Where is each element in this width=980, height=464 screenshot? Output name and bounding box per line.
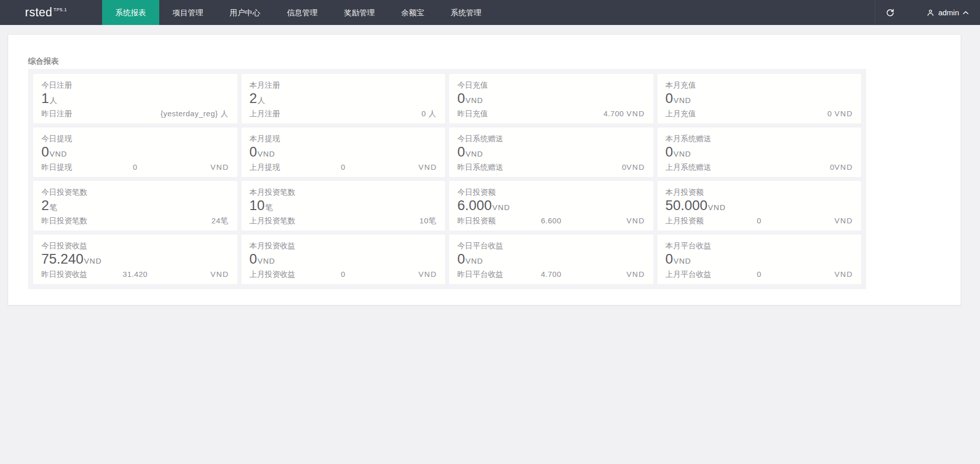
stat-sub-value: 4.700 [541, 270, 561, 279]
stat-sub-unit: 笔 [429, 216, 437, 225]
stat-sub-line: 上月注册 0 人 [250, 109, 437, 118]
stat-card-15: 今日平台收益 0 VND 昨日平台收益 4.700 VND [449, 235, 653, 284]
stat-sub-value: 0 [757, 270, 762, 279]
stat-sub-unit: VND [626, 163, 645, 172]
nav-item-4[interactable]: 信息管理 [274, 0, 331, 25]
stat-sub-label: 上月投资额 [666, 216, 832, 225]
stat-sub-unit: VND [835, 270, 853, 279]
nav-item-1[interactable]: 系统报表 [102, 0, 159, 25]
stat-card-11: 今日投资额 6.000 VND 昨日投资额 6.600 VND [449, 181, 653, 230]
stat-main-line: 0 VND [250, 251, 437, 267]
stat-sub-value: 24 [211, 216, 220, 225]
stat-sub-value: {yesterday_reg} [160, 109, 218, 118]
stat-card-9: 今日投资笔数 2 笔 昨日投资笔数 24 笔 [33, 181, 237, 230]
stat-sub-label: 上月系统赠送 [666, 163, 830, 172]
stat-unit: VND [50, 149, 67, 158]
stat-sub-unit: 人 [220, 109, 229, 118]
stat-title: 今日充值 [457, 81, 645, 89]
nav-item-3[interactable]: 用户中心 [216, 0, 274, 25]
stat-value: 0 [666, 91, 673, 106]
nav-item-label: 系统管理 [451, 8, 481, 17]
stat-sub-value: 0 [422, 109, 426, 118]
stat-unit: VND [493, 203, 510, 212]
stat-sub-unit: VND [626, 109, 645, 118]
nav-item-label: 余额宝 [401, 8, 424, 17]
stat-value: 75.240 [41, 251, 84, 267]
user-icon [926, 9, 935, 17]
stat-sub-value: 4.700 [603, 109, 624, 118]
stat-main-line: 50.000 VND [666, 198, 853, 213]
stat-main-line: 0 VND [457, 91, 645, 106]
stat-value: 6.000 [457, 198, 492, 213]
stat-value: 0 [457, 144, 465, 160]
app-logo[interactable]: rstedTP5.1 [0, 0, 102, 25]
stat-sub-label: 昨日提现 [41, 163, 208, 172]
stat-card-5: 今日提现 0 VND 昨日提现 0 VND [33, 127, 237, 177]
stat-card-12: 本月投资额 50.000 VND 上月投资额 0 VND [657, 181, 862, 230]
refresh-button[interactable] [875, 0, 905, 25]
main-content: 综合报表 今日注册 1 人 昨日注册 {yesterday_reg} 人 本月注… [0, 25, 980, 305]
stat-card-2: 本月注册 2 人 上月注册 0 人 [241, 74, 446, 123]
logo-version: TP5.1 [54, 7, 67, 12]
stat-title: 今日投资笔数 [41, 188, 229, 196]
stat-sub-value: 0 [133, 163, 137, 172]
stat-sub-value: 0 [341, 270, 346, 279]
logo-text: rsted [25, 6, 53, 19]
stat-unit: 笔 [50, 203, 58, 213]
stat-main-line: 0 VND [457, 144, 645, 160]
stat-card-10: 本月投资笔数 10 笔 上月投资笔数 10 笔 [241, 181, 446, 230]
nav-menu: 系统报表 项目管理 用户中心 信息管理 奖励管理 余额宝 系统管理 [102, 0, 495, 25]
stat-sub-value: 0 [757, 216, 762, 225]
stat-sub-label: 上月提现 [250, 163, 416, 172]
stat-title: 今日注册 [41, 81, 229, 89]
stat-sub-value: 6.600 [541, 216, 561, 225]
report-panel: 综合报表 今日注册 1 人 昨日注册 {yesterday_reg} 人 本月注… [8, 34, 961, 305]
stat-sub-value: 0 [622, 163, 626, 172]
stat-title: 今日平台收益 [457, 241, 645, 250]
nav-item-6[interactable]: 余额宝 [388, 0, 437, 25]
stat-card-8: 本月系统赠送 0 VND 上月系统赠送 0 VND [657, 127, 862, 177]
stat-value: 2 [41, 198, 49, 213]
stat-sub-label: 上月投资笔数 [250, 216, 420, 225]
nav-item-7[interactable]: 系统管理 [437, 0, 495, 25]
stat-sub-value: 0 [827, 109, 832, 118]
stat-unit: VND [258, 149, 276, 158]
stat-value: 0 [666, 251, 673, 267]
stat-value: 2 [250, 91, 257, 106]
stat-sub-line: 上月提现 0 VND [250, 163, 437, 172]
username: admin [938, 8, 959, 17]
stat-sub-line: 昨日提现 0 VND [41, 163, 229, 172]
stat-title: 本月系统赠送 [666, 134, 853, 143]
stat-unit: VND [84, 256, 102, 265]
stat-card-3: 今日充值 0 VND 昨日充值 4.700 VND [449, 74, 653, 123]
nav-right-controls: admin [875, 0, 980, 25]
stat-title: 今日系统赠送 [457, 134, 645, 143]
stat-sub-label: 昨日注册 [41, 109, 160, 118]
stat-sub-unit: VND [626, 216, 645, 225]
stat-card-16: 本月平台收益 0 VND 上月平台收益 0 VND [657, 235, 862, 284]
stat-sub-value: 0 [830, 163, 835, 172]
user-menu[interactable]: admin [905, 8, 980, 17]
stat-main-line: 0 VND [250, 144, 437, 160]
stat-unit: 笔 [265, 203, 274, 213]
stat-sub-label: 上月平台收益 [666, 270, 832, 279]
stat-sub-line: 上月投资收益 0 VND [250, 270, 437, 279]
stat-title: 今日投资额 [457, 188, 645, 196]
stat-sub-label: 昨日投资笔数 [41, 216, 211, 225]
stat-main-line: 0 VND [666, 91, 853, 106]
stat-sub-label: 上月充值 [666, 109, 827, 118]
stat-sub-unit: VND [626, 270, 645, 279]
stat-sub-line: 上月平台收益 0 VND [666, 270, 853, 279]
stat-sub-unit: VND [835, 216, 853, 225]
nav-item-2[interactable]: 项目管理 [159, 0, 216, 25]
stat-sub-unit: VND [419, 163, 437, 172]
nav-item-5[interactable]: 奖励管理 [331, 0, 388, 25]
stat-sub-value: 31.420 [122, 270, 148, 279]
stat-unit: VND [674, 256, 692, 265]
stat-value: 0 [457, 251, 465, 267]
top-navbar: rstedTP5.1 系统报表 项目管理 用户中心 信息管理 奖励管理 余额宝 … [0, 0, 980, 25]
stat-sub-unit: 人 [429, 109, 437, 118]
stat-sub-label: 昨日充值 [457, 109, 603, 118]
stat-unit: VND [708, 203, 726, 212]
nav-item-label: 用户中心 [230, 8, 260, 17]
